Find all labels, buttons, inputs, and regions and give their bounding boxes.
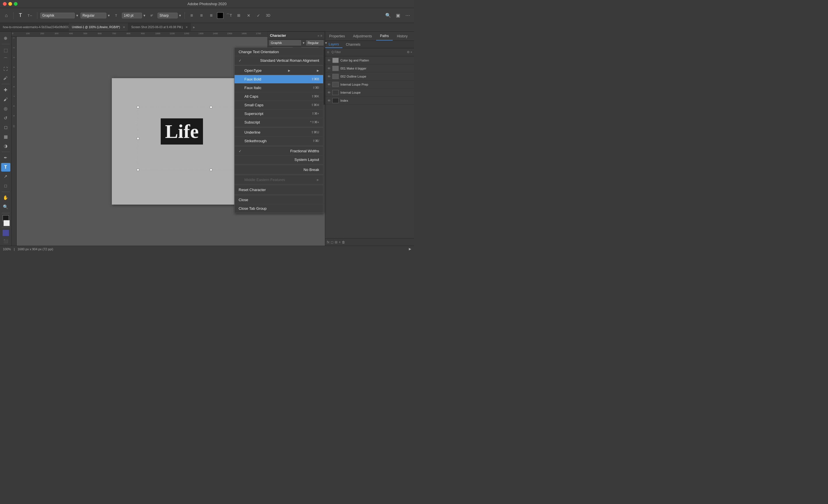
char-font-input[interactable] (270, 40, 301, 45)
layer-eye-2[interactable]: 👁 (327, 67, 331, 70)
status-expand[interactable]: ▶ (409, 247, 411, 251)
color-swatch[interactable] (217, 12, 223, 19)
eraser-tool[interactable]: ◻ (1, 123, 10, 132)
layer-mask-btn[interactable]: ◻ (331, 240, 333, 244)
hand-tool[interactable]: ✋ (1, 193, 10, 202)
lasso-tool[interactable]: ⌒ (1, 55, 10, 64)
char-style-arrow[interactable]: ▼ (325, 41, 327, 45)
layers-tab[interactable]: Layers (325, 41, 342, 48)
cm-fractional-widths[interactable]: ✓ Fractional Widths (235, 147, 323, 155)
layer-index[interactable]: 👁 Index (325, 97, 414, 104)
font-name-input[interactable] (40, 13, 75, 18)
layer-add-btn[interactable]: + (339, 240, 341, 244)
cm-subscript[interactable]: Subscript ^⇧⌘+ (235, 118, 323, 127)
cm-faux-bold[interactable]: Faux Bold ⇧⌘B (235, 75, 323, 84)
marquee-tool[interactable]: ⬚ (1, 46, 10, 54)
sidebar-gear-icon[interactable]: ⚙ (412, 32, 414, 41)
history-brush[interactable]: ↺ (1, 113, 10, 122)
char-menu-icon[interactable]: ≡ (321, 34, 322, 37)
text-tool[interactable]: T (1, 163, 10, 172)
cancel-icon[interactable]: ✕ (245, 11, 253, 19)
3d-icon[interactable]: 3D (264, 11, 272, 19)
layers-gear[interactable]: ⚙ (407, 50, 410, 54)
shape-tool[interactable]: □ (1, 181, 10, 190)
tab-2-close[interactable]: ✕ (123, 26, 125, 29)
properties-tab[interactable]: Properties (325, 32, 349, 41)
antialiasing-input[interactable] (158, 13, 178, 18)
cm-system-layout[interactable]: System Layout (235, 155, 323, 164)
layer-group-btn[interactable]: ⊞ (335, 240, 337, 244)
cm-change-orientation[interactable]: Change Text Orientation (235, 48, 323, 56)
cm-faux-italic[interactable]: Faux Italic ⇧⌘I (235, 84, 323, 92)
handle-ml[interactable] (137, 137, 139, 140)
layer-002[interactable]: 👁 002 Outline Loupe (325, 73, 414, 81)
pen-tool[interactable]: ✒ (1, 153, 10, 162)
background-color[interactable] (3, 220, 10, 226)
tabs-overflow[interactable]: » (191, 23, 196, 31)
char-expand-icon[interactable]: » (318, 34, 319, 37)
window-controls[interactable] (3, 2, 17, 6)
align-left-icon[interactable]: ≡ (188, 11, 196, 19)
cm-reset-character[interactable]: Reset Character (235, 186, 323, 194)
handle-bl[interactable] (137, 169, 139, 171)
move-tool[interactable]: ⊕ (1, 34, 10, 43)
cm-strikethrough[interactable]: Strikethrough ⇧⌘/ (235, 137, 323, 145)
layers-add-icon[interactable]: + (411, 50, 412, 54)
char-font-arrow[interactable]: ▼ (302, 41, 305, 45)
search-icon[interactable]: 🔍 (384, 11, 392, 19)
quick-mask[interactable] (3, 230, 9, 236)
tab-1[interactable]: how-to-remove-watermarks-4-5b33aa1546e0f… (0, 23, 69, 31)
layer-fx-btn[interactable]: fx (327, 240, 329, 244)
text-tool-icon[interactable]: T (16, 11, 25, 19)
char-style-input[interactable] (306, 40, 323, 45)
cm-underline[interactable]: Underline ⇧⌘U (235, 128, 323, 137)
cm-standard-vertical[interactable]: ✓ Standard Vertical Roman Alignment (235, 56, 323, 65)
cm-close[interactable]: Close (235, 196, 323, 204)
layer-loupe[interactable]: 👁 Internal Loupe (325, 89, 414, 97)
workspace-icon[interactable]: ▣ (394, 11, 402, 19)
dodge-tool[interactable]: ◑ (1, 142, 10, 150)
paths-tab[interactable]: Paths (376, 32, 393, 41)
warp-text-icon[interactable]: ⌒T (225, 11, 233, 19)
layer-001[interactable]: 👁 001 Make it bigger (325, 64, 414, 73)
more-icon[interactable]: ⋯ (404, 11, 412, 19)
font-style-input[interactable] (81, 13, 107, 18)
handle-tc[interactable] (210, 106, 212, 108)
type-options-icon[interactable]: T↔ (26, 11, 34, 19)
brush-tool[interactable]: 🖌 (1, 95, 10, 104)
layer-eye-6[interactable]: 👁 (327, 99, 331, 102)
layer-color-bg[interactable]: 👁 Color bg and Flatten (325, 56, 414, 64)
home-icon[interactable]: ⌂ (2, 11, 10, 19)
eyedropper-tool[interactable]: 🖋 (1, 74, 10, 83)
tab-3[interactable]: Screen Shot 2020-06-03 at 9.49.08 PM.j ✕ (128, 23, 191, 31)
handle-tl[interactable] (137, 106, 139, 108)
layer-delete-btn[interactable]: 🗑 (342, 240, 345, 244)
align-right-icon[interactable]: ≡ (207, 11, 215, 19)
cm-close-tab-group[interactable]: Close Tab Group (235, 204, 323, 213)
handle-bc[interactable] (210, 169, 212, 171)
cm-all-caps[interactable]: All Caps ⇧⌘K (235, 92, 323, 101)
cm-middle-eastern[interactable]: Middle Eastern Features ▶ (235, 176, 323, 184)
font-size-input[interactable] (122, 13, 142, 18)
layer-eye-5[interactable]: 👁 (327, 91, 331, 94)
superscript-icon[interactable]: a² (148, 11, 156, 19)
clone-tool[interactable]: ◎ (1, 104, 10, 113)
adjustments-tab[interactable]: Adjustments (349, 32, 376, 41)
healing-tool[interactable]: ✚ (1, 86, 10, 94)
cm-opentype[interactable]: OpenType ▶ (235, 66, 323, 75)
minimize-button[interactable] (8, 2, 12, 6)
layer-eye-3[interactable]: 👁 (327, 75, 331, 78)
close-button[interactable] (3, 2, 7, 6)
tab-2[interactable]: Untitled-1 @ 100% (Lifewire, RGB/8*) ✕ (69, 23, 128, 31)
gradient-tool[interactable]: ▦ (1, 132, 10, 141)
commit-icon[interactable]: ✓ (254, 11, 262, 19)
layer-loupe-prep[interactable]: 👁 Internal Loupe Prep (325, 81, 414, 89)
crop-tool[interactable]: ⛶ (1, 64, 10, 73)
maximize-button[interactable] (14, 2, 17, 6)
tab-3-close[interactable]: ✕ (185, 26, 188, 29)
text-options-icon[interactable]: ⊞ (235, 11, 243, 19)
cm-superscript[interactable]: Superscript ⇧⌘+ (235, 109, 323, 118)
layers-filter-icon[interactable]: ⊙ (327, 51, 329, 54)
channels-tab[interactable]: Channels (342, 41, 364, 48)
text-layer[interactable]: Life (161, 119, 203, 144)
